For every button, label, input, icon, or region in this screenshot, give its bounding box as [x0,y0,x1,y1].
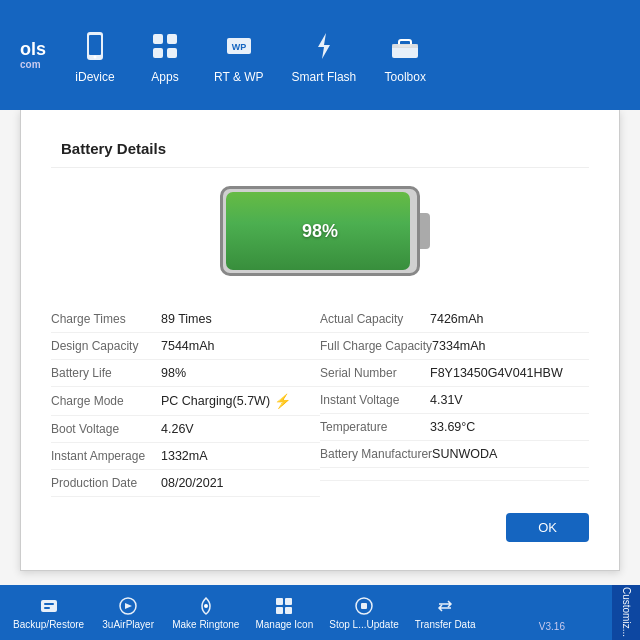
value-manufacturer: SUNWODA [432,447,497,461]
smart-flash-label: Smart Flash [292,70,357,84]
svg-point-18 [204,604,208,608]
value-production-date: 08/20/2021 [161,476,224,490]
info-col-left: Charge Times 89 Times Design Capacity 75… [51,306,320,497]
nav-item-smart-flash[interactable]: Smart Flash [278,18,371,92]
svg-rect-24 [361,603,367,609]
info-row-manufacturer: Battery Manufacturer SUNWODA [320,441,589,468]
smart-flash-icon [304,26,344,66]
svg-rect-21 [276,607,283,614]
airplayer-icon [117,595,139,617]
ok-button[interactable]: OK [506,513,589,542]
value-boot-voltage: 4.26V [161,422,194,436]
info-col-right: Actual Capacity 7426mAh Full Charge Capa… [320,306,589,497]
svg-rect-22 [285,607,292,614]
backup-icon [38,595,60,617]
bottom-item-backup[interactable]: Backup/Restore [5,591,92,634]
nav-item-toolbox[interactable]: Toolbox [370,18,440,92]
manage-icon-label: Manage Icon [255,619,313,630]
battery-tip [420,213,430,249]
value-serial-number: F8Y13450G4V041HBW [430,366,563,380]
customize-button[interactable]: Customiz... [612,585,640,640]
label-full-charge: Full Charge Capacity [320,339,432,353]
rt-wp-icon: WP [219,26,259,66]
info-row-empty [320,468,589,481]
airplayer-label: 3uAirPlayer [102,619,154,630]
value-temperature: 33.69°C [430,420,475,434]
label-design-capacity: Design Capacity [51,339,161,353]
nav-item-idevice[interactable]: iDevice [60,18,130,92]
svg-rect-15 [44,607,50,609]
info-row-battery-life: Battery Life 98% [51,360,320,387]
info-row-temperature: Temperature 33.69°C [320,414,589,441]
info-row-production-date: Production Date 08/20/2021 [51,470,320,497]
svg-rect-13 [41,600,57,612]
backup-label: Backup/Restore [13,619,84,630]
info-grid: Charge Times 89 Times Design Capacity 75… [51,306,589,497]
top-nav: ols com iDevice Apps WP [0,0,640,110]
svg-text:WP: WP [232,42,247,52]
idevice-icon [75,26,115,66]
apps-label: Apps [151,70,178,84]
value-charge-mode: PC Charging(5.7W) ⚡ [161,393,291,409]
toolbox-label: Toolbox [385,70,426,84]
value-actual-capacity: 7426mAh [430,312,484,326]
nav-item-apps[interactable]: Apps [130,18,200,92]
svg-rect-1 [89,35,101,55]
label-charge-mode: Charge Mode [51,394,161,408]
value-design-capacity: 7544mAh [161,339,215,353]
info-row-instant-amperage: Instant Amperage 1332mA [51,443,320,470]
svg-marker-9 [318,33,330,59]
label-manufacturer: Battery Manufacturer [320,447,432,461]
label-battery-life: Battery Life [51,366,161,380]
transfer-label: Transfer Data [415,619,476,630]
label-boot-voltage: Boot Voltage [51,422,161,436]
label-production-date: Production Date [51,476,161,490]
apps-icon [145,26,185,66]
bottom-item-ringtone[interactable]: Make Ringtone [164,591,247,634]
main-content: Battery Details 98% Charge Times 89 Time… [0,110,640,640]
svg-rect-20 [285,598,292,605]
value-full-charge: 7334mAh [432,339,486,353]
svg-rect-4 [167,34,177,44]
label-serial-number: Serial Number [320,366,430,380]
stop-update-label: Stop L...Update [329,619,399,630]
info-row-design-capacity: Design Capacity 7544mAh [51,333,320,360]
label-temperature: Temperature [320,420,430,434]
info-row-charge-times: Charge Times 89 Times [51,306,320,333]
bottom-item-manage-icon[interactable]: Manage Icon [247,591,321,634]
svg-rect-6 [167,48,177,58]
label-instant-amperage: Instant Amperage [51,449,161,463]
info-row-actual-capacity: Actual Capacity 7426mAh [320,306,589,333]
ringtone-label: Make Ringtone [172,619,239,630]
svg-rect-5 [153,48,163,58]
nav-brand: ols com [10,40,60,71]
lightning-icon: ⚡ [274,393,291,409]
rt-wp-label: RT & WP [214,70,264,84]
label-instant-voltage: Instant Voltage [320,393,430,407]
value-instant-amperage: 1332mA [161,449,208,463]
svg-point-2 [94,56,97,59]
info-row-full-charge: Full Charge Capacity 7334mAh [320,333,589,360]
value-battery-life: 98% [161,366,186,380]
bottom-item-stop-update[interactable]: Stop L...Update [321,591,407,634]
manage-icon-icon [273,595,295,617]
value-charge-times: 89 Times [161,312,212,326]
info-row-boot-voltage: Boot Voltage 4.26V [51,416,320,443]
idevice-label: iDevice [75,70,114,84]
bottom-bar: Backup/Restore 3uAirPlayer Make Ringtone [0,585,640,640]
svg-marker-17 [125,603,132,609]
bottom-item-airplayer[interactable]: 3uAirPlayer [92,591,164,634]
nav-item-rt-wp[interactable]: WP RT & WP [200,18,278,92]
ok-btn-row: OK [51,497,589,550]
toolbox-icon [385,26,425,66]
bottom-item-transfer[interactable]: Transfer Data [407,591,484,634]
battery-outline: 98% [220,186,420,276]
label-charge-times: Charge Times [51,312,161,326]
info-row-instant-voltage: Instant Voltage 4.31V [320,387,589,414]
ringtone-icon [195,595,217,617]
battery-percent: 98% [223,221,417,242]
svg-rect-14 [44,603,54,605]
info-row-serial-number: Serial Number F8Y13450G4V041HBW [320,360,589,387]
svg-rect-19 [276,598,283,605]
transfer-icon [434,595,456,617]
